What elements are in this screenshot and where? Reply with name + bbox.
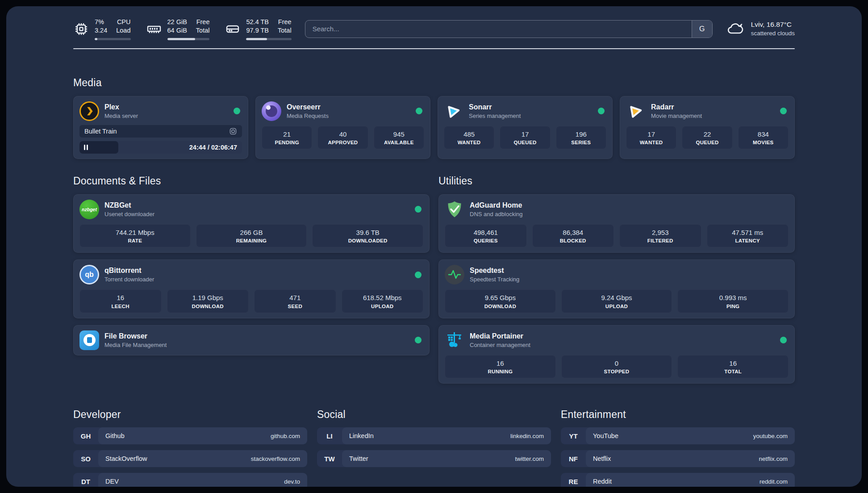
section-developer: Developer GH Github github.com SO StackO… [73,409,307,487]
app-card-plex[interactable]: Plex Media server Bullet Train [73,96,248,159]
status-dot [415,206,421,213]
status-dot [416,108,422,114]
cpu-chip-icon [73,21,89,37]
stat-movies: 834 MOVIES [738,126,789,150]
portainer-crane-icon [445,330,464,350]
section-title-utilities: Utilities [438,175,795,187]
stat-download: 9.65 Gbps DOWNLOAD [445,289,556,313]
bookmark-github[interactable]: GH Github github.com [73,427,307,444]
bookmark-dev[interactable]: DT DEV dev.to [73,473,307,487]
plex-icon [79,101,99,121]
bookmark-reddit[interactable]: RE Reddit reddit.com [561,473,795,487]
stat-upload: 618.52 Mbps UPLOAD [342,289,424,313]
bookmark-url: dev.to [284,478,300,485]
status-dot [234,108,240,114]
bookmark-name: Reddit [593,478,754,485]
status-dot [780,337,787,343]
weather-condition: scattered clouds [751,29,795,38]
stat-total: 16 TOTAL [677,355,789,379]
app-description: Media Requests [287,113,410,120]
app-card-adguard[interactable]: AdGuard Home DNS and adblocking 498,461 … [438,194,795,253]
status-dot [415,337,421,343]
playback-elapsed [79,141,118,154]
weather-widget: Lviv, 16.87°C scattered clouds [726,20,795,38]
stat-upload: 9.24 Gbps UPLOAD [561,289,672,313]
now-playing-title: Bullet Train [84,128,225,135]
cloud-icon [726,20,745,38]
app-card-qbittorrent[interactable]: qb qBittorrent Torrent downloader 16 LEE… [73,259,430,318]
system-stats: 7% 3.24 CPU Load [73,18,292,40]
stat-queries: 498,461 QUERIES [445,224,527,248]
app-card-speedtest[interactable]: Speedtest Speedtest Tracking 9.65 Gbps D… [438,259,795,318]
bookmark-url: linkedin.com [510,433,544,439]
bookmark-abbr: YT [561,427,586,444]
bookmark-stackoverflow[interactable]: SO StackOverflow stackoverflow.com [73,450,307,467]
bookmark-name: Github [105,432,265,439]
section-title-developer: Developer [73,409,307,421]
app-name: AdGuard Home [470,201,789,210]
stat-series: 196 SERIES [556,126,606,150]
bookmark-url: reddit.com [760,478,788,485]
app-name: Media Portainer [470,332,775,341]
app-description: DNS and adblocking [470,211,789,218]
bookmark-abbr: SO [73,450,98,467]
bookmark-url: twitter.com [515,455,544,462]
playback-time: 24:44 / 02:06:47 [189,144,242,151]
pause-button[interactable] [84,145,88,150]
app-card-overseerr[interactable]: Overseerr Media Requests 21 PENDING 40 A… [255,96,430,159]
app-card-sonarr[interactable]: Sonarr Series management 485 WANTED 17 Q… [438,96,613,159]
cpu-progress-bar [95,38,131,40]
app-name: Plex [104,103,228,112]
bookmark-name: YouTube [593,432,748,439]
stat-remaining: 266 GB REMAINING [196,224,307,248]
bookmark-abbr: RE [561,473,586,487]
stat-ping: 0.993 ms PING [677,289,789,313]
app-card-portainer[interactable]: Media Portainer Container management 16 … [438,325,795,384]
app-card-nzbget[interactable]: nzbget NZBGet Usenet downloader 744.21 M… [73,194,430,253]
header-divider [73,48,795,49]
adguard-shield-icon [445,200,464,219]
stat-downloaded: 39.6 TB DOWNLOADED [312,224,423,248]
section-title-entertainment: Entertainment [561,409,795,421]
memory-values: 22 GiB 64 GiB [167,18,187,35]
bookmark-linkedin[interactable]: LI LinkedIn linkedin.com [317,427,551,444]
section-documents: Documents & Files nzbget NZBGet Usenet d… [73,175,430,384]
stat-latency: 47.571 ms LATENCY [707,224,789,248]
section-entertainment: Entertainment YT YouTube youtube.com NF … [561,409,795,487]
radarr-icon [626,101,646,121]
bookmark-url: stackoverflow.com [251,455,300,462]
stat-queued: 17 QUEUED [500,126,550,150]
bookmark-netflix[interactable]: NF Netflix netflix.com [561,450,795,467]
bookmark-abbr: DT [73,473,98,487]
app-description: Container management [470,342,775,349]
stat-blocked: 86,384 BLOCKED [532,224,614,248]
bookmark-twitter[interactable]: TW Twitter twitter.com [317,450,551,467]
search-engine-button[interactable]: G [692,21,712,38]
disk-stat: 52.4 TB 97.9 TB Free Total [225,18,291,40]
stat-rate: 744.21 Mbps RATE [79,224,191,248]
stat-pending: 21 PENDING [262,126,312,150]
bookmark-youtube[interactable]: YT YouTube youtube.com [561,427,795,444]
bookmark-name: Twitter [349,455,509,462]
search-input[interactable] [305,21,692,38]
app-description: Media File Management [104,342,409,349]
now-playing-row: Bullet Train [79,125,242,138]
app-description: Media server [104,113,228,120]
stat-running: 16 RUNNING [445,355,556,379]
stat-available: 945 AVAILABLE [374,126,424,150]
cpu-stat: 7% 3.24 CPU Load [73,18,131,40]
playback-progress-bar[interactable]: 24:44 / 02:06:47 [79,141,242,154]
stat-stopped: 0 STOPPED [561,355,672,379]
section-title-social: Social [317,409,551,421]
stat-seed: 471 SEED [254,289,336,313]
app-description: Series management [469,113,593,120]
disk-progress-bar [246,38,291,40]
status-dot [415,272,421,278]
section-title-media: Media [73,77,795,89]
app-card-radarr[interactable]: Radarr Movie management 17 WANTED 22 QUE… [620,96,795,159]
app-card-filebrowser[interactable]: File Browser Media File Management [73,325,430,355]
search-bar: G [305,20,713,38]
app-name: Overseerr [287,103,410,112]
bookmark-abbr: GH [73,427,98,444]
speedtest-pulse-icon [445,265,464,284]
